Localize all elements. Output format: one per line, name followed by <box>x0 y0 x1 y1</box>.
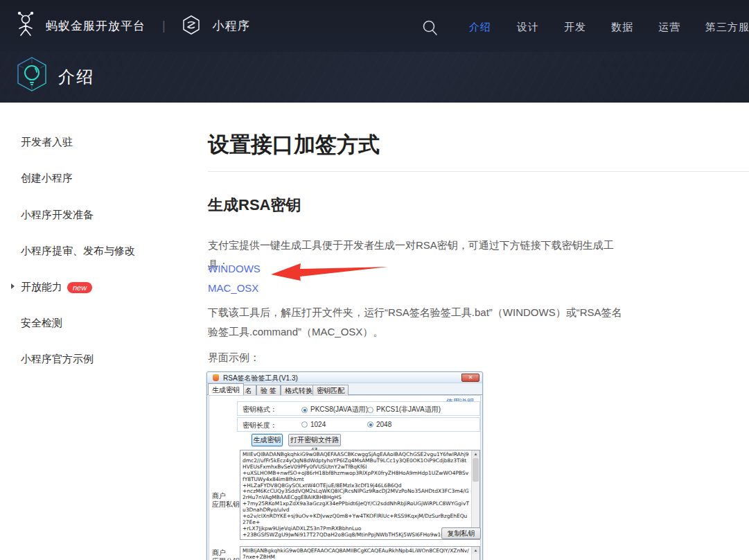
brand-title: 蚂蚁金服开放平台 <box>46 18 146 34</box>
nav-item-develop[interactable]: 开发 <box>564 21 586 34</box>
sidebar-item-review-publish[interactable]: 小程序提审、发布与修改 <box>21 245 135 258</box>
expand-arrow-icon <box>11 283 15 289</box>
nav-item-operation[interactable]: 运营 <box>658 21 680 34</box>
top-navbar: 蚂蚁金服开放平台 | 小程序 介绍 设计 开发 数据 运营 第三方服务 <box>0 0 749 52</box>
tab-generate-key: 生成密钥 <box>208 383 244 395</box>
close-icon: ✕ <box>461 374 479 382</box>
sidebar-item-create-miniprogram[interactable]: 创建小程序 <box>21 172 73 185</box>
scroll-up-icon: ▲ <box>472 547 479 554</box>
radio-2048: 2048 <box>367 421 391 428</box>
tab-format-convert: 格式转换 <box>281 385 317 395</box>
new-badge: new <box>67 282 92 293</box>
tab-key-match: 密钥匹配 <box>312 385 349 395</box>
rsa-tool-screenshot: RSA签名验签工具(V1.3) ✕ 生成密钥 签 名 验 签 格式转换 密钥匹配… <box>206 371 483 560</box>
product-title: 小程序 <box>213 18 250 34</box>
paragraph-instructions: 下载该工具后，解压打开文件夹，运行“RSA签名验签工具.bat”（WINDOWS… <box>208 303 632 342</box>
tab-verify: 验 签 <box>256 385 281 395</box>
windows-download-link[interactable]: WINDOWS <box>208 263 261 274</box>
tool-app-icon <box>213 374 219 381</box>
lightbulb-hexagon-icon <box>12 53 51 99</box>
private-key-textarea: MIIEvQIBADANBgkqhkiG9w0BAQEFAASCBKcwggSj… <box>240 450 480 540</box>
tool-titlebar: RSA签名验签工具(V1.3) ✕ <box>207 372 482 383</box>
scrollbar: ▲ ▼ <box>471 450 479 539</box>
brand-area[interactable]: 蚂蚁金服开放平台 | 小程序 <box>14 0 250 52</box>
sidebar-item-official-examples[interactable]: 小程序官方示例 <box>21 353 94 366</box>
public-key-textarea: MIIBIjANBgkqhkiG9w0BAQEFAAOCAQ8AMIIBCgKC… <box>240 546 480 560</box>
sidebar-item-security-check[interactable]: 安全检测 <box>21 317 62 330</box>
banner-title: 介绍 <box>58 66 94 88</box>
sidebar-item-developer-onboarding[interactable]: 开发者入驻 <box>21 136 73 149</box>
section-heading: 生成RSA密钥 <box>208 195 301 216</box>
radio-selected-icon <box>367 421 373 428</box>
radio-selected-icon <box>301 407 308 413</box>
radio-pkcs1: PKCS1(非JAVA适用) <box>367 405 441 414</box>
page-title: 设置接口加签方式 <box>208 130 380 159</box>
open-key-path-button: 打开密钥文件路径 <box>288 434 341 446</box>
article: 设置接口加签方式 生成RSA密钥 支付宝提供一键生成工具便于开发者生成一对RSA… <box>208 103 749 560</box>
banner-pattern <box>0 52 749 103</box>
divider <box>208 171 749 172</box>
sidebar-item-dev-preparation[interactable]: 小程序开发准备 <box>21 209 94 222</box>
sidebar: 开发者入驻 创建小程序 小程序开发准备 小程序提审、发布与修改 开放能力 new… <box>0 103 194 560</box>
private-key-value: MIIEvQIBADANBgkqhkiG9w0BAQEFAASCBKcwggSj… <box>243 452 470 538</box>
scroll-up-icon: ▲ <box>472 450 479 457</box>
tool-window-title: RSA签名验签工具(V1.3) <box>223 374 298 383</box>
scrollbar: ▲ <box>471 547 479 560</box>
radio-unselected-icon <box>301 421 308 428</box>
key-length-row: 密钥长度： 1024 2048 <box>237 417 480 432</box>
radio-unselected-icon <box>367 407 373 413</box>
copy-private-key-button: 复制私钥 <box>441 527 481 539</box>
sidebar-item-open-capability[interactable]: 开放能力 new <box>21 281 92 294</box>
public-key-value: MIIBIjANBgkqhkiG9w0BAQEFAAOCAQ8AMIIBCgKC… <box>243 548 470 560</box>
radio-1024: 1024 <box>301 421 326 428</box>
page-banner: 介绍 <box>0 52 749 103</box>
paragraph-example-label: 界面示例： <box>208 348 346 367</box>
key-length-label: 密钥长度： <box>243 421 277 430</box>
radio-pkcs8: PKCS8(JAVA适用) <box>301 405 368 414</box>
nav-item-thirdparty[interactable]: 第三方服务 <box>705 21 749 34</box>
miniprogram-hexagon-icon <box>182 15 200 37</box>
key-format-label: 密钥格式： <box>243 405 277 414</box>
page: 蚂蚁金服开放平台 | 小程序 介绍 设计 开发 数据 运营 第三方服务 <box>0 0 749 560</box>
red-arrow-annotation <box>269 261 392 286</box>
key-format-row: 密钥格式： PKCS8(JAVA适用) PKCS1(非JAVA适用) <box>237 401 480 416</box>
nav-item-intro[interactable]: 介绍 <box>469 21 491 34</box>
ant-logo-icon <box>14 12 39 41</box>
macosx-download-link[interactable]: MAC_OSX <box>208 282 258 294</box>
search-icon[interactable] <box>421 19 439 37</box>
tool-tab-bar: 生成密钥 签 名 验 签 格式转换 密钥匹配 <box>207 383 482 395</box>
nav-item-data[interactable]: 数据 <box>611 21 633 34</box>
scroll-thumb <box>473 458 479 482</box>
generate-key-button: 生成密钥 <box>252 434 283 446</box>
nav-item-design[interactable]: 设计 <box>517 21 539 34</box>
brand-divider: | <box>162 19 166 33</box>
